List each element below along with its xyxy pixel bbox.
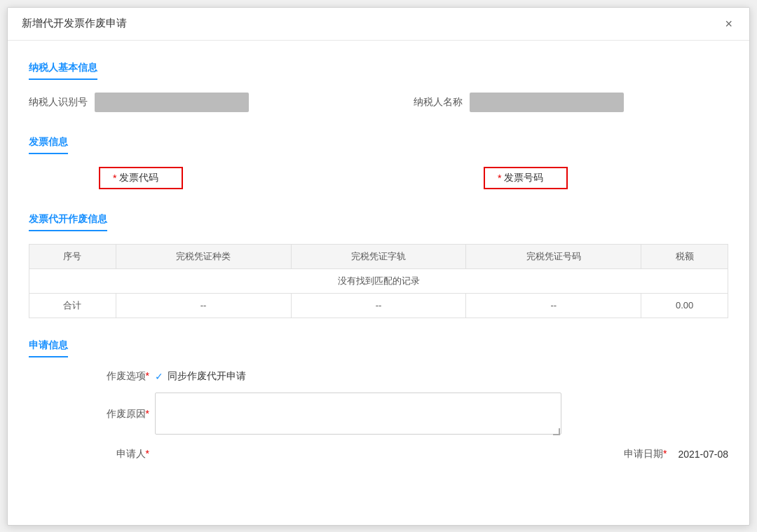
- date-value: 2021-07-08: [678, 449, 728, 460]
- invoice-code-field[interactable]: * 发票代码: [99, 167, 183, 189]
- voiding-section-title: 发票代开作废信息: [29, 213, 107, 231]
- date-label: 申请日期*: [616, 448, 672, 461]
- sync-label: 同步作废代开申请: [168, 370, 246, 383]
- applicant-label: 申请人*: [99, 448, 155, 461]
- taxpayer-id-row: 纳税人识别号 纳税人名称: [29, 93, 728, 112]
- col-cert-num: 完税凭证号码: [466, 244, 641, 268]
- total-row: 合计 -- -- -- 0.00: [29, 293, 728, 318]
- invoice-code-label: 发票代码: [119, 172, 158, 184]
- voiding-table: 序号 完税凭证种类 完税凭证字轨 完税凭证号码 税额 没有找到匹配的记录 合计 …: [29, 244, 728, 318]
- total-col5: 0.00: [641, 293, 728, 318]
- void-option-checkbox-area[interactable]: ✓ 同步作废代开申请: [155, 370, 246, 383]
- voiding-section: 发票代开作废信息 序号 完税凭证种类 完税凭证字轨 完税凭证号码 税额 没有找到…: [29, 206, 728, 318]
- col-tax: 税额: [641, 244, 728, 268]
- taxpayer-name-label: 纳税人名称: [407, 96, 470, 109]
- void-option-label: 作废选项*: [99, 370, 155, 383]
- invoice-code-required: *: [113, 172, 116, 184]
- void-reason-row: 作废原因*: [29, 393, 728, 437]
- total-col2: --: [116, 293, 291, 318]
- invoice-section-title: 发票信息: [29, 136, 68, 154]
- taxpayer-section-title: 纳税人基本信息: [29, 62, 97, 80]
- taxpayer-name-value: [470, 93, 624, 112]
- col-cert-track: 完税凭证字轨: [291, 244, 466, 268]
- col-cert-type: 完税凭证种类: [116, 244, 291, 268]
- apply-section: 申请信息 作废选项* ✓ 同步作废代开申请 作废原因*: [29, 332, 728, 461]
- applicant-area: 申请人*: [99, 448, 616, 461]
- apply-section-title: 申请信息: [29, 339, 68, 357]
- main-dialog: 新增代开发票作废申请 × 纳税人基本信息 纳税人识别号 纳税人名称 发票信息: [7, 7, 750, 526]
- invoice-section: 发票信息 * 发票代码 * 发票号码: [29, 129, 728, 189]
- no-record-row: 没有找到匹配的记录: [29, 268, 728, 293]
- dialog-title: 新增代开发票作废申请: [22, 17, 127, 30]
- taxpayer-id-value: [95, 93, 249, 112]
- checkmark-icon: ✓: [155, 371, 163, 382]
- dialog-body: 纳税人基本信息 纳税人识别号 纳税人名称 发票信息 * 发票代码: [8, 41, 749, 498]
- invoice-number-required: *: [498, 172, 501, 184]
- col-index: 序号: [29, 244, 116, 268]
- taxpayer-section: 纳税人基本信息 纳税人识别号 纳税人名称: [29, 55, 728, 112]
- table-header-row: 序号 完税凭证种类 完税凭证字轨 完税凭证号码 税额: [29, 244, 728, 268]
- void-reason-input[interactable]: [155, 393, 561, 435]
- close-button[interactable]: ×: [722, 16, 735, 32]
- void-reason-label: 作废原因*: [99, 408, 155, 421]
- bottom-row: 申请人* 申请日期* 2021-07-08: [29, 448, 728, 461]
- no-record-text: 没有找到匹配的记录: [29, 268, 728, 293]
- total-col4: --: [466, 293, 641, 318]
- resize-handle[interactable]: [553, 428, 560, 435]
- invoice-number-label: 发票号码: [504, 172, 543, 184]
- total-col3: --: [291, 293, 466, 318]
- void-option-row: 作废选项* ✓ 同步作废代开申请: [29, 370, 728, 383]
- taxpayer-id-label: 纳税人识别号: [29, 96, 95, 109]
- date-area: 申请日期* 2021-07-08: [616, 448, 728, 461]
- void-reason-wrapper: [155, 393, 561, 437]
- invoice-number-field[interactable]: * 发票号码: [484, 167, 568, 189]
- total-label: 合计: [29, 293, 116, 318]
- dialog-header: 新增代开发票作废申请 ×: [8, 8, 749, 41]
